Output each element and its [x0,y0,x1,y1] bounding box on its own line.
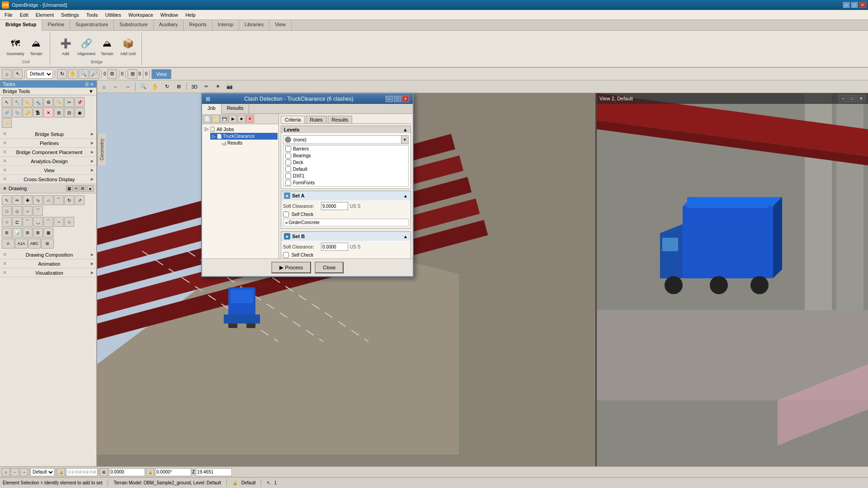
jobs-folder-btn[interactable]: 📁 [212,115,220,123]
draw-tool-7[interactable]: ↻ [64,195,74,205]
ribbon-btn-terrain[interactable]: ⛰ Terrain [26,35,46,57]
section-drawing-comp[interactable]: ✕ Drawing Composition ▶ [0,250,96,259]
toolbar-grid[interactable]: ⊞ [127,69,137,79]
section-bridge-setup[interactable]: ✕ Bridge Setup ▶ [0,130,96,139]
tool-5[interactable]: 📏 [54,97,64,107]
criteria-tab-criteria[interactable]: Criteria [281,116,305,123]
coord-grid-btn[interactable]: ⊞ [100,468,108,476]
view-tb-fwd[interactable]: → [123,82,132,92]
draw-tool-18[interactable]: ⌣ [54,217,64,227]
drawing-view-toggle1[interactable]: ▦ [66,185,73,192]
toolbar-zoom-out[interactable]: 🔎 [90,69,99,79]
draw-tool-3[interactable]: ✚ [23,195,33,205]
tool-1[interactable]: 🔧 [12,97,22,107]
draw-tool-8[interactable]: ↗ [75,195,85,205]
set-b-selfcheck[interactable] [283,252,289,258]
right-view-close[interactable]: ✕ [857,95,865,102]
view-tb-pan[interactable]: ✋ [150,82,160,92]
coord-z-input[interactable] [196,468,232,476]
draw-tool-5[interactable]: ∩ [43,195,53,205]
maximize-button[interactable]: □ [851,2,858,8]
draw-tool-17[interactable]: ⌒ [43,217,53,227]
menu-file[interactable]: File [1,11,16,19]
level-formfonts-check[interactable] [285,180,291,186]
draw-tool-22[interactable]: ⊞ [23,228,33,238]
draw-tool-10[interactable]: ◇ [12,206,22,216]
coord-y-input[interactable] [155,468,191,476]
toolbar-zoom-in[interactable]: 🔍 [79,69,89,79]
tab-superstructure[interactable]: Superstructure [70,20,114,30]
tool-delete[interactable]: ✕ [43,108,53,117]
jobs-delete-btn[interactable]: ✕ [246,115,254,123]
toolbar-home[interactable]: ⌂ [2,69,12,79]
level-deck[interactable]: Deck [283,159,408,166]
draw-tool-4[interactable]: ∿ [33,195,43,205]
tool-10[interactable]: 🔑 [23,108,33,117]
coord-back-btn[interactable]: ← [11,468,19,476]
set-a-arrow[interactable]: ▲ [403,193,408,198]
view-tb-rotate[interactable]: ↻ [162,82,172,92]
ribbon-btn-terrain2[interactable]: ⛰ Terrain [97,35,117,57]
tool-8[interactable]: 🔗 [2,108,12,117]
level-default-check[interactable] [285,166,291,172]
level-barriers-check[interactable] [285,146,291,152]
coord-model-select[interactable]: Default [30,468,55,476]
draw-tool-16[interactable]: ◡ [33,217,43,227]
draw-tool-13[interactable]: ○ [2,217,12,227]
jobs-tree-all-jobs[interactable]: ▷ 📋 All Jobs [203,125,278,133]
view-tb-fit[interactable]: ⊞ [174,82,184,92]
draw-tool-2[interactable]: ✏ [12,195,22,205]
view-tb-zoom[interactable]: 🔍 [138,82,148,92]
coord-home-btn[interactable]: ⌂ [2,468,10,476]
tab-reports[interactable]: Reports [184,20,212,30]
levels-header[interactable]: Levels ▲ [281,126,410,133]
view-tb-camera[interactable]: 📷 [225,82,235,92]
clash-close[interactable]: ✕ [402,96,409,102]
toolbar-select-view[interactable]: Default [27,70,53,79]
tool-select[interactable]: ↖ [2,97,12,107]
section-visualization[interactable]: ✕ Visualization ▶ [0,268,96,277]
section-view[interactable]: ✕ View ▶ [0,166,96,175]
jobs-run-btn[interactable]: ▶ [229,115,237,123]
draw-tool-23[interactable]: ⊠ [33,228,43,238]
close-dialog-button[interactable]: Close [315,262,344,273]
tool-12[interactable]: ⊞ [54,108,64,117]
tab-libraries[interactable]: Libraries [239,20,269,30]
draw-tool-20[interactable]: ⊞ [2,228,12,238]
tab-substructure[interactable]: Substructure [114,20,153,30]
levels-dropdown-arrow[interactable]: ▼ [401,136,408,144]
set-a-selfcheck[interactable] [283,211,289,217]
level-dxf1-check[interactable] [285,173,291,179]
coord-fwd-btn[interactable]: → [20,468,28,476]
level-bearings-check[interactable] [285,153,291,159]
criteria-tab-rules[interactable]: Rules [306,116,326,123]
set-a-clearance-input[interactable] [321,202,348,210]
tab-bridge-setup[interactable]: Bridge Setup [0,20,42,31]
draw-tool-21[interactable]: 📊 [12,228,22,238]
tool-9[interactable]: 📎 [12,108,22,117]
tasks-dropdown[interactable]: Bridge Tools ▼ [0,88,96,95]
section-bridge-comp[interactable]: ✕ Bridge Component Placement ▶ [0,148,96,157]
tab-auxiliary[interactable]: Auxiliary [154,20,184,30]
draw-tool-text4[interactable]: ⊞ [41,239,54,249]
coord-x-input[interactable] [109,468,145,476]
coord-lock-btn[interactable]: 🔒 [57,468,65,476]
jobs-tree-truck-clearance[interactable]: ▷ 📄 TruckClearance [210,133,278,140]
close-button[interactable]: ✕ [859,2,866,8]
toolbar-rotate[interactable]: ↻ [57,69,67,79]
jobs-stop-btn[interactable]: ■ [237,115,245,123]
view-tb-sun[interactable]: ☀ [213,82,223,92]
clash-maximize[interactable]: □ [394,96,401,102]
process-button[interactable]: ▶ Process [271,262,311,273]
set-b-arrow[interactable]: ▲ [403,234,408,239]
level-bearings[interactable]: Bearings [283,152,408,159]
toolbar-pan[interactable]: ✋ [68,69,78,79]
view-tb-home[interactable]: ⌂ [99,82,109,92]
menu-element[interactable]: Element [32,11,57,19]
jobs-save-btn[interactable]: 💾 [220,115,228,123]
level-formfonts[interactable]: FormFonts [283,179,408,186]
level-default[interactable]: Default [283,166,408,173]
right-viewport[interactable]: View 2, Default ─ □ ✕ [597,93,868,466]
section-animation[interactable]: ✕ Animation ▶ [0,259,96,268]
draw-tool-text1[interactable]: A [2,239,14,249]
